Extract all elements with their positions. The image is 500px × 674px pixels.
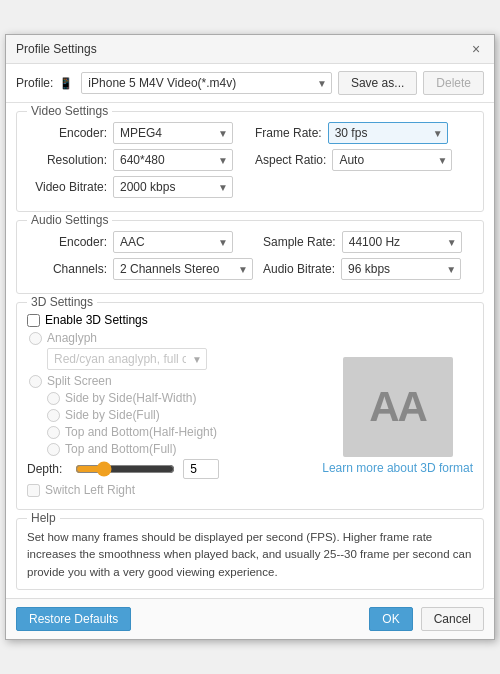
sample-rate-label: Sample Rate: [263, 235, 336, 249]
split-screen-label[interactable]: Split Screen [47, 374, 112, 388]
ok-button[interactable]: OK [369, 607, 412, 631]
save-as-button[interactable]: Save as... [338, 71, 417, 95]
side-by-side-full-row: Side by Side(Full) [27, 408, 312, 422]
video-bitrate-label: Video Bitrate: [27, 180, 107, 194]
phone-icon: 📱 [59, 77, 73, 90]
enable-3d-row: Enable 3D Settings [27, 313, 473, 327]
profile-row: Profile: 📱 iPhone 5 M4V Video(*.m4v) ▼ S… [6, 64, 494, 103]
anaglyph-select-row: Red/cyan anaglyph, full color ▼ [27, 348, 312, 370]
audio-col-right: Sample Rate: 44100 Hz ▼ Audio Bitrate: [263, 231, 473, 285]
profile-select[interactable]: iPhone 5 M4V Video(*.m4v) [81, 72, 332, 94]
encoder-row: Encoder: MPEG4 ▼ [27, 122, 245, 144]
anaglyph-select-wrap: Red/cyan anaglyph, full color ▼ [47, 348, 207, 370]
frame-rate-row: Frame Rate: 30 fps ▼ [255, 122, 473, 144]
video-bitrate-select[interactable]: 2000 kbps [113, 176, 233, 198]
encoder-select-wrap: MPEG4 ▼ [113, 122, 233, 144]
3d-settings-title: 3D Settings [27, 295, 97, 309]
side-by-side-half-row: Side by Side(Half-Width) [27, 391, 312, 405]
close-button[interactable]: × [468, 41, 484, 57]
switch-lr-row: Switch Left Right [27, 483, 312, 497]
audio-bitrate-label: Audio Bitrate: [263, 262, 335, 276]
frame-rate-select-wrap: 30 fps ▼ [328, 122, 448, 144]
top-bottom-full-radio[interactable] [47, 443, 60, 456]
depth-input[interactable] [183, 459, 219, 479]
aspect-ratio-select[interactable]: Auto [332, 149, 452, 171]
top-bottom-full-label[interactable]: Top and Bottom(Full) [65, 442, 176, 456]
video-encoder-select[interactable]: MPEG4 [113, 122, 233, 144]
video-settings-body: Encoder: MPEG4 ▼ Resolution: [27, 122, 473, 203]
3d-preview-box: AA [343, 357, 453, 457]
channels-select-wrap: 2 Channels Stereo ▼ [113, 258, 253, 280]
3d-settings-section: 3D Settings Enable 3D Settings Anaglyph [16, 302, 484, 510]
anaglyph-select[interactable]: Red/cyan anaglyph, full color [47, 348, 207, 370]
audio-col-left: Encoder: AAC ▼ Channels: [27, 231, 253, 285]
frame-rate-label: Frame Rate: [255, 126, 322, 140]
help-text: Set how many frames should be displayed … [27, 529, 473, 581]
split-screen-row: Split Screen [27, 374, 312, 388]
depth-slider[interactable] [75, 461, 175, 477]
help-title: Help [27, 511, 60, 525]
resolution-label: Resolution: [27, 153, 107, 167]
audio-encoder-select[interactable]: AAC [113, 231, 233, 253]
audio-bitrate-select[interactable]: 96 kbps [341, 258, 461, 280]
depth-label: Depth: [27, 462, 67, 476]
preview-text: AA [369, 383, 426, 431]
3d-content-cols: Anaglyph Red/cyan anaglyph, full color ▼ [27, 331, 473, 501]
video-col-left: Encoder: MPEG4 ▼ Resolution: [27, 122, 245, 203]
audio-encoder-label: Encoder: [27, 235, 107, 249]
delete-button[interactable]: Delete [423, 71, 484, 95]
audio-encoder-row: Encoder: AAC ▼ [27, 231, 253, 253]
learn-more-row: Learn more about 3D format [322, 461, 473, 475]
channels-select[interactable]: 2 Channels Stereo [113, 258, 253, 280]
profile-select-wrap: iPhone 5 M4V Video(*.m4v) ▼ [81, 72, 332, 94]
side-by-side-half-radio[interactable] [47, 392, 60, 405]
sample-rate-select-wrap: 44100 Hz ▼ [342, 231, 462, 253]
audio-encoder-select-wrap: AAC ▼ [113, 231, 233, 253]
aspect-ratio-label: Aspect Ratio: [255, 153, 326, 167]
top-bottom-half-label[interactable]: Top and Bottom(Half-Height) [65, 425, 217, 439]
aspect-ratio-select-wrap: Auto ▼ [332, 149, 452, 171]
top-bottom-half-radio[interactable] [47, 426, 60, 439]
profile-settings-dialog: Profile Settings × Profile: 📱 iPhone 5 M… [5, 34, 495, 640]
top-bottom-half-row: Top and Bottom(Half-Height) [27, 425, 312, 439]
profile-label: Profile: [16, 76, 53, 90]
video-bitrate-row: Video Bitrate: 2000 kbps ▼ [27, 176, 245, 198]
anaglyph-radio[interactable] [29, 332, 42, 345]
video-col-right: Frame Rate: 30 fps ▼ Aspect Ratio: [255, 122, 473, 203]
dialog-title: Profile Settings [16, 42, 97, 56]
enable-3d-label[interactable]: Enable 3D Settings [45, 313, 148, 327]
3d-settings-body: Enable 3D Settings Anaglyph Red/cyan ana… [27, 313, 473, 501]
depth-row: Depth: [27, 459, 312, 479]
learn-more-link[interactable]: Learn more about 3D format [322, 461, 473, 475]
aspect-ratio-row: Aspect Ratio: Auto ▼ [255, 149, 473, 171]
help-section: Help Set how many frames should be displ… [16, 518, 484, 590]
frame-rate-select[interactable]: 30 fps [328, 122, 448, 144]
sample-rate-select[interactable]: 44100 Hz [342, 231, 462, 253]
bottom-bar: Restore Defaults OK Cancel [6, 598, 494, 639]
video-settings-cols: Encoder: MPEG4 ▼ Resolution: [27, 122, 473, 203]
resolution-select[interactable]: 640*480 [113, 149, 233, 171]
3d-options-col: Anaglyph Red/cyan anaglyph, full color ▼ [27, 331, 312, 501]
split-screen-radio[interactable] [29, 375, 42, 388]
restore-defaults-button[interactable]: Restore Defaults [16, 607, 131, 631]
switch-lr-checkbox[interactable] [27, 484, 40, 497]
switch-lr-label[interactable]: Switch Left Right [45, 483, 135, 497]
enable-3d-checkbox[interactable] [27, 314, 40, 327]
cancel-button[interactable]: Cancel [421, 607, 484, 631]
audio-settings-title: Audio Settings [27, 213, 112, 227]
video-bitrate-select-wrap: 2000 kbps ▼ [113, 176, 233, 198]
video-settings-title: Video Settings [27, 104, 112, 118]
side-by-side-full-label[interactable]: Side by Side(Full) [65, 408, 160, 422]
anaglyph-row: Anaglyph [27, 331, 312, 345]
top-bottom-full-row: Top and Bottom(Full) [27, 442, 312, 456]
side-by-side-full-radio[interactable] [47, 409, 60, 422]
channels-row: Channels: 2 Channels Stereo ▼ [27, 258, 253, 280]
audio-settings-cols: Encoder: AAC ▼ Channels: [27, 231, 473, 285]
resolution-select-wrap: 640*480 ▼ [113, 149, 233, 171]
anaglyph-label[interactable]: Anaglyph [47, 331, 97, 345]
channels-label: Channels: [27, 262, 107, 276]
side-by-side-half-label[interactable]: Side by Side(Half-Width) [65, 391, 196, 405]
audio-bitrate-row: Audio Bitrate: 96 kbps ▼ [263, 258, 473, 280]
encoder-label: Encoder: [27, 126, 107, 140]
audio-settings-section: Audio Settings Encoder: AAC ▼ [16, 220, 484, 294]
